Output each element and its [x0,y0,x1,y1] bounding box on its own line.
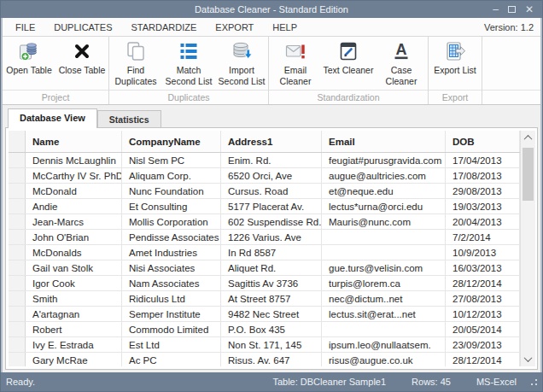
table-row[interactable]: McDonaldNunc FoundationCursus. Roadet@ne… [9,184,520,199]
find-duplicates-button[interactable]: Find Duplicates [109,40,162,88]
maximize-button[interactable] [508,6,516,13]
cell-address1[interactable]: 5177 Placerat Av. [221,199,322,214]
cell-email[interactable]: augue@aultricies.com [322,168,446,183]
column-header-name[interactable]: Name [26,131,122,152]
cell-name[interactable]: Robert [26,322,122,336]
cell-address1[interactable]: At Street 8757 [221,291,322,306]
cell-email[interactable] [322,230,446,244]
row-selector[interactable] [9,214,26,229]
cell-dob[interactable]: 20/05/2014 [446,322,520,336]
table-row[interactable]: John O'BrianPendisse Associates1226 Vari… [9,230,520,245]
column-header-companyname[interactable]: CompanyName [122,131,221,152]
cell-companyname[interactable]: Nunc Foundation [122,184,221,198]
table-row[interactable]: SmithRidiculus LtdAt Street 8757nec@dict… [9,291,520,307]
cell-address1[interactable]: Enim. Rd. [221,153,322,167]
table-row[interactable]: AndieEt Consulting5177 Placerat Av.lectu… [9,199,520,214]
export-list-button[interactable]: Export List [429,40,482,88]
tab-database-view[interactable]: Database View [8,108,97,128]
cell-email[interactable]: ipsum.leo@nullaatsem. [322,337,446,352]
case-cleaner-button[interactable]: ACase Cleaner [375,40,428,88]
cell-address1[interactable]: P.O. Box 435 [221,322,322,336]
cell-name[interactable]: Dennis McLaughlin [26,153,122,167]
row-selector[interactable] [9,322,26,336]
cell-email[interactable]: feugiat#purusgravida.com [322,153,446,167]
cell-dob[interactable]: 7/2/2014 [446,230,520,244]
row-selector[interactable] [9,353,26,366]
cell-companyname[interactable]: Nisi Associates [122,260,221,275]
cell-email[interactable]: risus@augue.co.uk [322,353,446,366]
menu-item-help[interactable]: HELP [263,19,307,36]
open-table-button[interactable]: Open Table [3,40,55,88]
cell-name[interactable]: Igor Cook [26,276,122,290]
table-row[interactable]: RobertCommodo LimitedP.O. Box 43520/05/2… [9,322,520,337]
cell-email[interactable]: lectus*urna@orci.edu [322,199,446,214]
table-row[interactable]: A'artagnanSemper Institute9482 Nec Stree… [9,307,520,322]
cell-dob[interactable]: 23/09/2013 [446,337,520,352]
cell-email[interactable]: turpis@lorem.ca [322,276,446,290]
table-row[interactable]: Ivy E. EstradaEst LtdNon St. 171, 145ips… [9,337,520,353]
cell-companyname[interactable]: Mollis Corporation [122,214,221,229]
cell-address1[interactable]: Aliquet Rd. [221,260,322,275]
table-row[interactable]: Dennis McLaughlinNisl Sem PCEnim. Rd.feu… [9,153,520,168]
row-selector[interactable] [9,184,26,198]
import-second-list-button[interactable]: Import Second List [215,40,268,88]
cell-dob[interactable]: 29/08/2013 [446,184,520,198]
cell-dob[interactable]: 10/12/2013 [446,307,520,321]
cell-name[interactable]: John O'Brian [26,230,122,244]
cell-address1[interactable]: In Rd 8587 [221,245,322,260]
tab-statistics[interactable]: Statistics [97,110,161,127]
menu-item-stardardize[interactable]: STARDARDIZE [122,19,207,36]
cell-companyname[interactable]: Et Consulting [122,199,221,214]
cell-address1[interactable]: Sagittis Av 3736 [221,276,322,290]
table-row[interactable]: Igor CookNam AssociatesSagittis Av 3736t… [9,276,520,291]
cell-name[interactable]: A'artagnan [26,307,122,321]
cell-dob[interactable]: 20/04/2013 [446,214,520,229]
cell-companyname[interactable]: Ridiculus Ltd [122,291,221,306]
cell-dob[interactable]: 10/9/2013 [446,245,520,260]
row-selector[interactable] [9,291,26,306]
scrollbar-track[interactable] [521,145,535,352]
cell-email[interactable]: lectus.sit@erat...net [322,307,446,321]
vertical-scrollbar[interactable] [521,131,535,366]
cell-dob[interactable]: 19/03/2013 [446,199,520,214]
close-table-button[interactable]: Close Table [55,40,108,88]
table-row[interactable]: McDonaldsAmet IndustriesIn Rd 858710/9/2… [9,245,520,260]
row-selector[interactable] [9,230,26,244]
table-row[interactable]: Gary McRaeAc PCRisus. Av. 647risus@augue… [9,353,520,366]
cell-address1[interactable]: 1226 Varius. Ave [221,230,322,244]
scroll-up-button[interactable] [521,131,535,145]
cell-companyname[interactable]: Ac PC [122,353,221,366]
text-cleaner-button[interactable]: Text Cleaner [322,40,375,88]
match-second-list-button[interactable]: Match Second List [162,40,215,88]
cell-name[interactable]: Jean-Marcs [26,214,122,229]
row-selector[interactable] [9,168,26,183]
cell-name[interactable]: Gary McRae [26,353,122,366]
cell-email[interactable]: nec@dictum..net [322,291,446,306]
cell-dob[interactable]: 27/08/2013 [446,291,520,306]
row-selector[interactable] [9,276,26,290]
cell-name[interactable]: Andie [26,199,122,214]
cell-address1[interactable]: 9482 Nec Street [221,307,322,321]
cell-address1[interactable]: Risus. Av. 647 [221,353,322,366]
cell-companyname[interactable]: Commodo Limited [122,322,221,336]
cell-companyname[interactable]: Amet Industries [122,245,221,260]
cell-companyname[interactable]: Pendisse Associates [122,230,221,244]
menu-item-file[interactable]: FILE [6,19,44,36]
row-selector[interactable] [9,245,26,260]
menu-item-export[interactable]: EXPORT [206,19,263,36]
cell-dob[interactable]: 28/12/2014 [446,353,520,366]
cell-dob[interactable]: 16/03/2013 [446,260,520,275]
minimize-button[interactable]: – [493,4,499,15]
cell-dob[interactable]: 28/12/2014 [446,276,520,290]
cell-address1[interactable]: Non St. 171, 145 [221,337,322,352]
close-button[interactable]: ✕ [525,4,534,15]
cell-address1[interactable]: 602 Suspendisse Rd. [221,214,322,229]
cell-name[interactable]: Gail van Stolk [26,260,122,275]
cell-companyname[interactable]: Est Ltd [122,337,221,352]
row-selector[interactable] [9,199,26,214]
cell-email[interactable] [322,245,446,260]
row-selector[interactable] [9,307,26,321]
cell-companyname[interactable]: Semper Institute [122,307,221,321]
table-row[interactable]: Gail van StolkNisi AssociatesAliquet Rd.… [9,260,520,276]
column-header-email[interactable]: Email [322,131,446,152]
